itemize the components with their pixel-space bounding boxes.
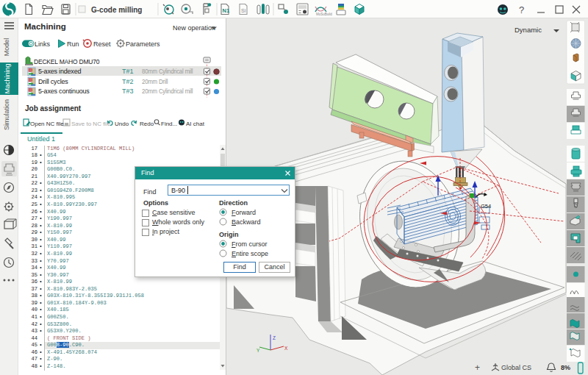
svg-text:Si: Si bbox=[241, 8, 246, 13]
svg-text:?: ? bbox=[519, 4, 524, 15]
svg-text:Simulation: Simulation bbox=[3, 99, 10, 130]
svg-text:G54: G54 bbox=[481, 203, 491, 210]
svg-text:G-code milling: G-code milling bbox=[91, 6, 142, 14]
svg-text:X: X bbox=[284, 346, 288, 351]
svg-text:Y: Y bbox=[257, 348, 260, 353]
svg-text:Model: Model bbox=[3, 38, 10, 57]
svg-text:N1: N1 bbox=[223, 7, 230, 14]
svg-text:MoSuBuild: MoSuBuild bbox=[316, 12, 332, 16]
svg-text:Machining: Machining bbox=[4, 63, 11, 93]
svg-text:Z: Z bbox=[273, 335, 276, 340]
